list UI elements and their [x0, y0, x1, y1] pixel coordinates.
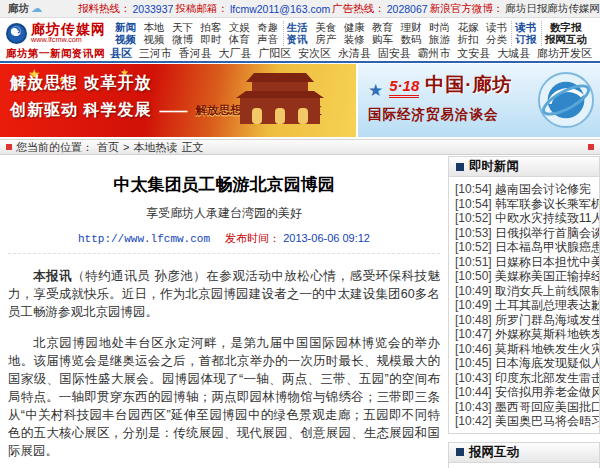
nav-link-bottom[interactable]: 体育 — [229, 33, 250, 46]
news-item[interactable]: [10:52] 中欧水灾持续致11人遇难 — [455, 211, 599, 226]
emancipate-mind-banner[interactable]: ★ ★ ★ ★ 解放思想 改革开放 创新驱动 科学发展 —— 解放思想大讨论专题… — [0, 64, 356, 137]
news-item-link[interactable]: 日媒称日本担忧中美合作 — [495, 255, 599, 269]
news-item-link[interactable]: 日本海底发现疑似人骨 — [495, 356, 599, 370]
county-link[interactable]: 大城县 — [497, 46, 530, 61]
news-item[interactable]: [10:45] 日本海底发现疑似人骨 — [455, 356, 599, 371]
news-timestamp: [10:44] — [455, 385, 492, 399]
trade-fair-banner[interactable]: ★ 5·18 中国·廊坊 国际经济贸易洽谈会 — [358, 64, 600, 137]
nav-link-bottom[interactable]: 资讯 — [287, 33, 308, 46]
news-item-link[interactable]: 墨西哥回应美国批口岸混乱 — [495, 400, 599, 414]
nav-link-bottom[interactable]: 声音 — [257, 33, 278, 46]
news-item-link[interactable]: 越南国会讨论修宪 — [495, 182, 591, 196]
site-logo[interactable]: 廊坊传媒网 www.lfcmw.com — [6, 22, 112, 44]
county-nav-label[interactable]: 县区 — [110, 46, 132, 61]
banner-row: ★ ★ ★ ★ 解放思想 改革开放 创新驱动 科学发展 —— 解放思想大讨论专题… — [0, 64, 600, 137]
interaction-body — [449, 463, 599, 468]
nav-link-top[interactable]: 生活 — [287, 21, 308, 34]
news-item[interactable]: [10:46] 莫斯科地铁发生火灾 — [455, 342, 599, 357]
county-link[interactable]: 文安县 — [457, 46, 490, 61]
breadcrumb-home-link[interactable]: 首页 — [97, 140, 119, 155]
news-item[interactable]: [10:47] 外媒称莫斯科地铁发生火灾 — [455, 327, 599, 342]
lead-label: 本报讯 — [33, 269, 72, 283]
county-link[interactable]: 大厂县 — [218, 46, 251, 61]
nav-link-top[interactable]: 美食 — [315, 21, 336, 34]
news-item-link[interactable]: 所罗门群岛海域发生地震 — [495, 313, 599, 327]
breadcrumb: 您当前的位置： 首页 > 本地热读 正文 — [0, 139, 600, 155]
news-item[interactable]: [10:52] 日本福岛甲状腺癌患者增加 — [455, 240, 599, 255]
county-link[interactable]: 安次区 — [298, 46, 331, 61]
county-link[interactable]: 廊坊开发区 — [537, 46, 592, 61]
news-item[interactable]: [10:51] 日媒称日本担忧中美合作 — [455, 255, 599, 270]
nav-link-bottom[interactable]: 折扣 — [457, 33, 478, 46]
news-item[interactable]: [10:53] 日俄拟举行首脑会谈 — [455, 226, 599, 241]
nav-link-bottom[interactable]: 购车 — [372, 33, 393, 46]
news-timestamp: [10:51] — [455, 255, 492, 269]
pubtime-label: 发布时间： — [225, 232, 280, 244]
nav-link-top[interactable]: 读书 — [486, 21, 507, 34]
breadcrumb-marker-icon — [6, 144, 12, 150]
nav-link-top[interactable]: 健康 — [344, 21, 365, 34]
news-item[interactable]: [10:44] 安倍拟用养老金做风投 — [455, 385, 599, 400]
nav-link-top[interactable]: 拍客 — [200, 21, 221, 34]
nav-link-bottom[interactable]: 旅游 — [429, 33, 450, 46]
news-item-link[interactable]: 土耳其副总理表达歉意有限 — [495, 298, 599, 312]
nav-link-bottom[interactable]: 房产 — [315, 33, 336, 46]
news-item[interactable]: [10:43] 墨西哥回应美国批口岸混乱 — [455, 400, 599, 415]
news-item-link[interactable]: 日俄拟举行首脑会谈 — [495, 226, 599, 240]
nav-link-top[interactable]: 奇趣 — [257, 21, 278, 34]
nav-column: 读书 分类 — [483, 21, 510, 46]
nav-link-top[interactable]: 数字报 — [550, 21, 582, 34]
county-link[interactable]: 霸州市 — [418, 46, 451, 61]
nav-link-bottom[interactable]: 视频 — [115, 33, 136, 46]
nav-link-top[interactable]: 天下 — [172, 21, 193, 34]
nav-link-top[interactable]: 教育 — [372, 21, 393, 34]
news-item-link[interactable]: 取消女兵上前线限制 — [495, 284, 599, 298]
nav-link-bottom[interactable]: 数码 — [401, 33, 422, 46]
county-link[interactable]: 永清县 — [338, 46, 371, 61]
nav-link-bottom[interactable]: 订报 — [515, 33, 536, 46]
breadcrumb-section-link[interactable]: 本地热读 — [133, 140, 177, 155]
fair-date: 5·18 — [389, 77, 419, 98]
nav-link-top[interactable]: 读书 — [515, 21, 536, 34]
nav-link-top[interactable]: 本地 — [143, 21, 164, 34]
nav-link-bottom[interactable]: 即时 — [200, 33, 221, 46]
county-link[interactable]: 广阳区 — [258, 46, 291, 61]
news-item-link[interactable]: 美媒称美国正输掉经济战争 — [495, 269, 599, 283]
nav-link-bottom[interactable]: 装修 — [344, 33, 365, 46]
nav-link-top[interactable]: 时尚 — [429, 21, 450, 34]
nav-link-top[interactable]: 花嫁 — [457, 21, 478, 34]
breadcrumb-label: 您当前的位置： — [16, 140, 93, 155]
nav-link-bottom[interactable]: 视频 — [143, 33, 164, 46]
news-item-link[interactable]: 外媒称莫斯科地铁发生火灾 — [495, 327, 599, 341]
county-link[interactable]: 固安县 — [378, 46, 411, 61]
news-item[interactable]: [10:49] 土耳其副总理表达歉意有限 — [455, 298, 599, 313]
weibo-account-link[interactable]: 廊坊日报廊坊传媒网 — [505, 2, 600, 16]
news-item-link[interactable]: 安倍拟用养老金做风投 — [495, 385, 599, 399]
news-timestamp: [10:43] — [455, 400, 492, 414]
logo-swirl-icon — [6, 23, 27, 44]
news-item[interactable]: [10:48] 所罗门群岛海域发生地震 — [455, 313, 599, 328]
news-item-link[interactable]: 印度东北部发生雷击事件 — [495, 371, 599, 385]
nav-link-bottom[interactable]: 分类 — [486, 33, 507, 46]
nav-link-bottom[interactable]: 报网互动 — [545, 33, 587, 46]
news-item[interactable]: [10:50] 美媒称美国正输掉经济战争 — [455, 269, 599, 284]
news-item[interactable]: [10:43] 印度东北部发生雷击事件 — [455, 371, 599, 386]
news-item-link[interactable]: 中欧水灾持续致11人遇难 — [495, 211, 599, 225]
nav-link-top[interactable]: 理财 — [401, 21, 422, 34]
news-item[interactable]: [10:54] 韩军联参议长乘军机访华 — [455, 197, 599, 212]
county-link[interactable]: 三河市 — [139, 46, 172, 61]
nav-link-top[interactable]: 新闻 — [115, 21, 136, 34]
news-item[interactable]: [10:54] 越南国会讨论修宪 — [455, 182, 599, 197]
latest-news-header: 即时新闻 — [449, 157, 599, 177]
nav-link-top[interactable]: 文娱 — [229, 21, 250, 34]
news-item-link[interactable]: 韩军联参议长乘军机访华 — [495, 197, 599, 211]
news-item-link[interactable]: 莫斯科地铁发生火灾 — [495, 342, 599, 356]
news-item[interactable]: [10:42] 美国奥巴马将会晤习近平 — [455, 414, 599, 429]
nav-link-bottom[interactable]: 微博 — [172, 33, 193, 46]
news-item-link[interactable]: 日本福岛甲状腺癌患者增加 — [495, 240, 599, 254]
news-item[interactable]: [10:49] 取消女兵上前线限制 — [455, 284, 599, 299]
source-url-link[interactable]: http://www.lfcmw.com — [78, 233, 210, 245]
nav-column: 时尚 旅游 — [426, 21, 453, 46]
news-item-link[interactable]: 美国奥巴马将会晤习近平 — [495, 414, 599, 428]
county-link[interactable]: 香河县 — [179, 46, 212, 61]
